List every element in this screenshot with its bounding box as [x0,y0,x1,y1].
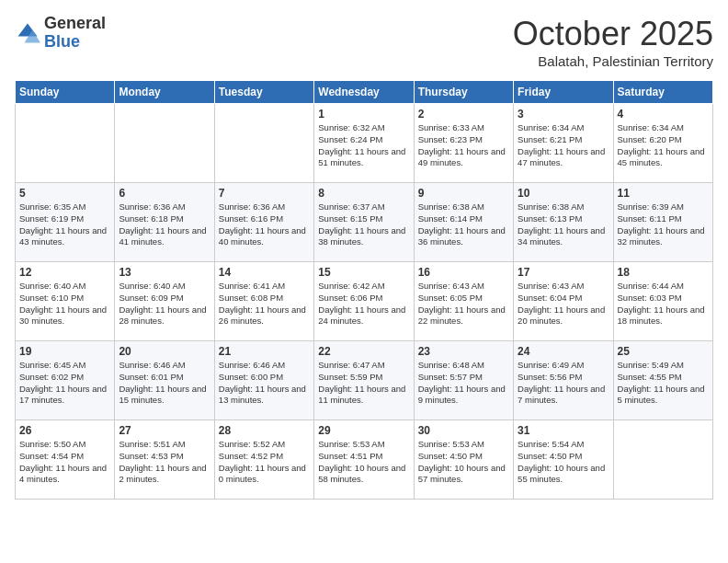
day-number: 28 [219,424,310,437]
calendar-cell [613,420,712,500]
day-info: Sunrise: 6:34 AM Sunset: 6:21 PM Dayligh… [518,122,609,169]
weekday-header-monday: Monday [115,81,214,104]
day-info: Sunrise: 5:54 AM Sunset: 4:50 PM Dayligh… [518,439,609,486]
day-number: 8 [318,187,409,200]
day-info: Sunrise: 6:46 AM Sunset: 6:00 PM Dayligh… [219,360,310,407]
logo-text: General Blue [44,15,106,52]
day-info: Sunrise: 5:51 AM Sunset: 4:53 PM Dayligh… [119,439,210,486]
weekday-header-wednesday: Wednesday [314,81,414,104]
logo: General Blue [15,15,106,52]
calendar-cell: 18Sunrise: 6:44 AM Sunset: 6:03 PM Dayli… [613,262,712,341]
weekday-header-row: SundayMondayTuesdayWednesdayThursdayFrid… [16,81,713,104]
day-number: 30 [418,424,509,437]
calendar-cell: 26Sunrise: 5:50 AM Sunset: 4:54 PM Dayli… [16,420,115,500]
month-title: October 2025 [513,15,713,53]
day-number: 25 [618,345,709,358]
day-info: Sunrise: 6:33 AM Sunset: 6:23 PM Dayligh… [418,122,509,169]
day-number: 14 [219,266,310,279]
calendar-cell: 27Sunrise: 5:51 AM Sunset: 4:53 PM Dayli… [115,420,214,500]
calendar-cell: 11Sunrise: 6:39 AM Sunset: 6:11 PM Dayli… [613,183,712,262]
day-info: Sunrise: 6:45 AM Sunset: 6:02 PM Dayligh… [19,360,110,407]
calendar-cell: 28Sunrise: 5:52 AM Sunset: 4:52 PM Dayli… [214,420,313,500]
day-info: Sunrise: 6:43 AM Sunset: 6:04 PM Dayligh… [518,281,609,327]
calendar-cell: 12Sunrise: 6:40 AM Sunset: 6:10 PM Dayli… [16,262,115,341]
calendar-cell: 5Sunrise: 6:35 AM Sunset: 6:19 PM Daylig… [16,183,115,262]
calendar-cell: 3Sunrise: 6:34 AM Sunset: 6:21 PM Daylig… [514,104,613,183]
day-info: Sunrise: 6:44 AM Sunset: 6:03 PM Dayligh… [618,281,709,327]
day-info: Sunrise: 6:38 AM Sunset: 6:13 PM Dayligh… [518,201,609,248]
calendar-cell: 24Sunrise: 6:49 AM Sunset: 5:56 PM Dayli… [514,341,613,420]
day-info: Sunrise: 6:34 AM Sunset: 6:20 PM Dayligh… [618,122,709,169]
day-info: Sunrise: 6:39 AM Sunset: 6:11 PM Dayligh… [618,201,709,248]
day-number: 17 [518,266,609,279]
logo-general: General [44,14,106,32]
day-info: Sunrise: 6:37 AM Sunset: 6:15 PM Dayligh… [318,201,409,248]
calendar-week-row: 19Sunrise: 6:45 AM Sunset: 6:02 PM Dayli… [16,341,713,420]
day-number: 27 [119,424,210,437]
day-info: Sunrise: 6:47 AM Sunset: 5:59 PM Dayligh… [318,360,409,407]
calendar-cell: 30Sunrise: 5:53 AM Sunset: 4:50 PM Dayli… [414,420,513,500]
calendar-cell: 20Sunrise: 6:46 AM Sunset: 6:01 PM Dayli… [115,341,214,420]
day-number: 18 [618,266,709,279]
day-number: 23 [418,345,509,358]
calendar-cell: 19Sunrise: 6:45 AM Sunset: 6:02 PM Dayli… [16,341,115,420]
calendar-cell: 14Sunrise: 6:41 AM Sunset: 6:08 PM Dayli… [214,262,313,341]
day-info: Sunrise: 5:50 AM Sunset: 4:54 PM Dayligh… [19,439,110,486]
day-number: 5 [19,187,110,200]
calendar-cell: 31Sunrise: 5:54 AM Sunset: 4:50 PM Dayli… [514,420,613,500]
day-number: 9 [418,187,509,200]
day-info: Sunrise: 6:41 AM Sunset: 6:08 PM Dayligh… [219,281,310,327]
title-block: October 2025 Balatah, Palestinian Territ… [513,15,713,69]
day-info: Sunrise: 6:46 AM Sunset: 6:01 PM Dayligh… [119,360,210,407]
day-number: 4 [618,108,709,121]
day-number: 2 [418,108,509,121]
calendar-cell: 2Sunrise: 6:33 AM Sunset: 6:23 PM Daylig… [414,104,513,183]
calendar-week-row: 26Sunrise: 5:50 AM Sunset: 4:54 PM Dayli… [16,420,713,500]
day-number: 31 [518,424,609,437]
calendar-cell: 22Sunrise: 6:47 AM Sunset: 5:59 PM Dayli… [314,341,414,420]
calendar-cell [16,104,115,183]
day-number: 22 [318,345,409,358]
calendar-cell: 4Sunrise: 6:34 AM Sunset: 6:20 PM Daylig… [613,104,712,183]
weekday-header-friday: Friday [514,81,613,104]
calendar-week-row: 1Sunrise: 6:32 AM Sunset: 6:24 PM Daylig… [16,104,713,183]
calendar-cell: 17Sunrise: 6:43 AM Sunset: 6:04 PM Dayli… [514,262,613,341]
calendar-cell: 7Sunrise: 6:36 AM Sunset: 6:16 PM Daylig… [214,183,313,262]
day-number: 15 [318,266,409,279]
calendar-cell: 6Sunrise: 6:36 AM Sunset: 6:18 PM Daylig… [115,183,214,262]
day-number: 26 [19,424,110,437]
location: Balatah, Palestinian Territory [513,53,713,69]
day-number: 7 [219,187,310,200]
calendar-cell: 10Sunrise: 6:38 AM Sunset: 6:13 PM Dayli… [514,183,613,262]
day-number: 12 [19,266,110,279]
day-info: Sunrise: 6:48 AM Sunset: 5:57 PM Dayligh… [418,360,509,407]
logo-blue: Blue [44,32,80,51]
weekday-header-saturday: Saturday [613,81,712,104]
day-info: Sunrise: 6:32 AM Sunset: 6:24 PM Dayligh… [318,122,409,169]
calendar-cell: 15Sunrise: 6:42 AM Sunset: 6:06 PM Dayli… [314,262,414,341]
day-info: Sunrise: 5:53 AM Sunset: 4:50 PM Dayligh… [418,439,509,486]
day-info: Sunrise: 6:38 AM Sunset: 6:14 PM Dayligh… [418,201,509,248]
day-info: Sunrise: 6:36 AM Sunset: 6:16 PM Dayligh… [219,201,310,248]
day-info: Sunrise: 5:49 AM Sunset: 4:55 PM Dayligh… [618,360,709,407]
day-number: 19 [19,345,110,358]
calendar-cell: 29Sunrise: 5:53 AM Sunset: 4:51 PM Dayli… [314,420,414,500]
day-info: Sunrise: 6:36 AM Sunset: 6:18 PM Dayligh… [119,201,210,248]
day-number: 1 [318,108,409,121]
day-info: Sunrise: 5:52 AM Sunset: 4:52 PM Dayligh… [219,439,310,486]
calendar-cell: 25Sunrise: 5:49 AM Sunset: 4:55 PM Dayli… [613,341,712,420]
logo-icon [15,20,40,46]
day-info: Sunrise: 6:35 AM Sunset: 6:19 PM Dayligh… [19,201,110,248]
calendar-cell: 1Sunrise: 6:32 AM Sunset: 6:24 PM Daylig… [314,104,414,183]
day-info: Sunrise: 6:49 AM Sunset: 5:56 PM Dayligh… [518,360,609,407]
day-number: 24 [518,345,609,358]
day-number: 13 [119,266,210,279]
day-number: 20 [119,345,210,358]
calendar-cell: 23Sunrise: 6:48 AM Sunset: 5:57 PM Dayli… [414,341,513,420]
day-number: 21 [219,345,310,358]
page-header: General Blue October 2025 Balatah, Pales… [15,15,713,69]
day-number: 6 [119,187,210,200]
calendar-cell: 8Sunrise: 6:37 AM Sunset: 6:15 PM Daylig… [314,183,414,262]
weekday-header-sunday: Sunday [16,81,115,104]
weekday-header-tuesday: Tuesday [214,81,313,104]
